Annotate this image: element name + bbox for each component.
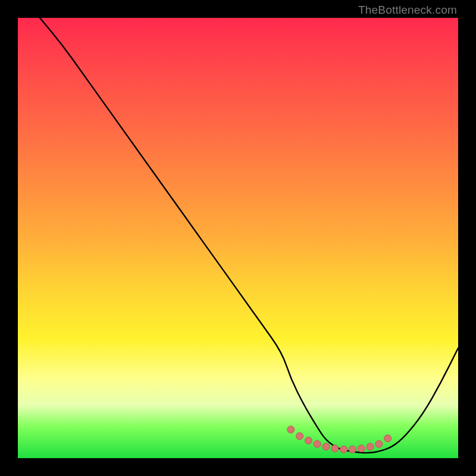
valley-marker (375, 440, 383, 447)
chart-frame: TheBottleneck.com (0, 0, 476, 476)
valley-marker (305, 437, 312, 444)
valley-marker (322, 443, 330, 450)
curve-layer (18, 18, 458, 458)
valley-marker (349, 446, 356, 453)
watermark-text: TheBottleneck.com (358, 4, 457, 17)
valley-marker (314, 440, 321, 447)
valley-marker (358, 445, 365, 452)
valley-marker (340, 446, 347, 453)
valley-marker (287, 426, 295, 433)
valley-marker (296, 433, 303, 440)
bottleneck-curve (40, 18, 458, 453)
valley-marker (331, 445, 339, 452)
valley-marker (367, 443, 374, 450)
valley-marker (384, 435, 392, 442)
